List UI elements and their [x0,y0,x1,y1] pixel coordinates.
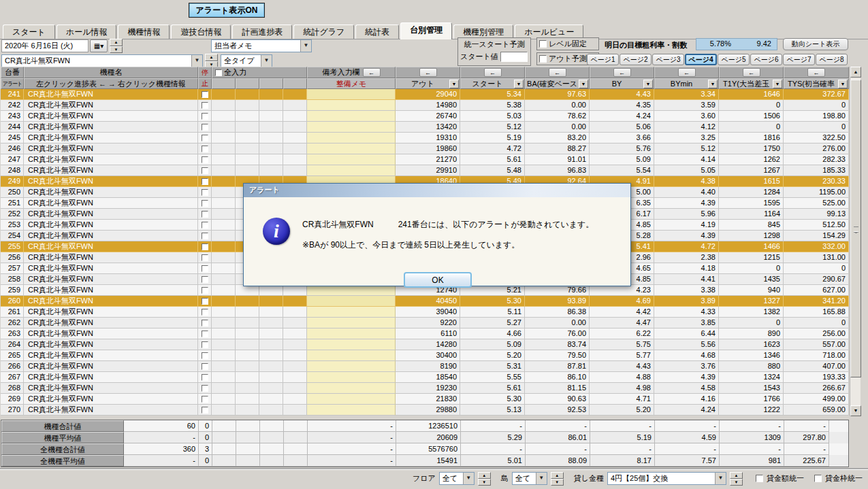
unify-frame-checkbox[interactable] [814,475,822,482]
tab-9[interactable]: 機種別管理 [453,24,513,39]
memo-cell[interactable] [307,350,396,361]
stop-checkbox[interactable] [202,211,208,218]
table-row[interactable]: 244CR真北斗無双FWN134205.120.005.064.1200 [1,122,849,133]
filter-icon[interactable]: ▼ [514,80,524,88]
memo-cell[interactable] [307,122,396,133]
memo-cell[interactable] [307,133,396,144]
stop-checkbox[interactable] [202,189,208,196]
stop-checkbox[interactable] [202,363,208,370]
memo-cell[interactable] [307,339,396,350]
table-row[interactable]: 267CR真北斗無双FWN185405.5586.104.884.3913241… [1,372,849,383]
spin-down-icon[interactable]: ▼ [478,479,491,486]
machine-select[interactable]: CR真北斗無双FWN ▼ [1,54,203,67]
table-row[interactable]: 247CR真北斗無双FWN212705.6191.015.094.1412622… [1,154,849,165]
table-row[interactable]: 241CR真北斗無双FWN290405.3497.634.433.3416463… [1,89,849,100]
stop-checkbox[interactable] [202,135,208,141]
tab-10[interactable]: ホールビュー [515,24,583,39]
memo-cell[interactable] [307,328,396,339]
stop-checkbox[interactable] [202,156,208,163]
stop-checkbox[interactable] [202,233,208,239]
floor-select[interactable]: 全て ▼ [439,472,475,485]
stop-checkbox[interactable] [202,91,208,98]
chevron-down-icon[interactable]: ▼ [463,473,474,484]
stop-checkbox[interactable] [202,167,208,174]
chevron-down-icon[interactable]: ▼ [536,473,547,484]
spin-down-icon[interactable]: ▼ [110,46,123,54]
page-button-4[interactable]: ページ4 [685,54,717,65]
stop-checkbox[interactable] [202,113,208,120]
page-button-2[interactable]: ページ2 [620,54,652,65]
stop-checkbox[interactable] [202,374,208,381]
table-row[interactable]: 270CR真北斗無双FWN298805.1392.535.204.2412226… [1,405,849,416]
memo-cell[interactable] [307,144,396,154]
stop-checkbox[interactable] [202,407,208,414]
spin-down-icon[interactable]: ▼ [730,479,743,486]
stop-checkbox[interactable] [202,124,208,131]
date-display[interactable]: 2020年 6月16日 (火) [1,39,89,52]
filter-icon[interactable]: ▼ [773,80,782,88]
memo-cell[interactable] [307,89,396,100]
page-button-1[interactable]: ページ1 [587,54,619,65]
dialog-titlebar[interactable]: アラート [244,184,630,197]
memo-cell[interactable] [307,111,396,122]
staff-memo-select[interactable]: 担当者メモ ▼ [211,39,312,52]
spin-up-icon[interactable]: ▲ [551,472,564,479]
column-back-button[interactable]: ← [613,68,631,77]
machine-stepper[interactable]: ▲▼ [205,54,218,68]
column-back-button[interactable]: ← [484,68,502,77]
scroll-up-icon[interactable]: ▲ [850,67,861,78]
filter-icon[interactable]: ▼ [838,80,848,88]
memo-cell[interactable] [307,372,396,383]
loan-stepper[interactable]: ▲▼ [730,472,743,486]
table-row[interactable]: 264CR真北斗無双FWN142805.0983.745.755.5616235… [1,339,849,350]
table-row[interactable]: 262CR真北斗無双FWN92205.270.004.473.8500 [1,318,849,328]
table-row[interactable]: 242CR真北斗無双FWN149805.380.004.353.5900 [1,100,849,111]
stop-checkbox[interactable] [202,200,208,207]
tab-1[interactable]: スタート [3,24,55,39]
table-row[interactable]: 261CR真北斗無双FWN390405.1186.384.424.3313821… [1,307,849,318]
column-back-button[interactable]: ← [549,68,566,77]
stop-checkbox[interactable] [202,222,208,229]
trend-sheet-button[interactable]: 動向シート表示 [783,38,848,50]
column-back-button[interactable]: ← [419,68,437,77]
stop-checkbox[interactable] [202,331,208,337]
memo-cell[interactable] [307,318,396,328]
island-stepper[interactable]: ▲▼ [551,472,564,486]
spin-up-icon[interactable]: ▲ [205,54,218,61]
type-select[interactable]: 全タイプ ▼ [221,54,272,67]
stop-checkbox[interactable] [202,265,208,272]
tab-5[interactable]: 計画進捗表 [232,24,292,39]
spin-up-icon[interactable]: ▲ [110,39,123,46]
chevron-down-icon[interactable]: ▼ [300,40,311,52]
date-stepper[interactable]: ▲▼ [110,39,123,53]
calendar-icon[interactable]: ▦▾ [90,39,108,52]
filter-icon[interactable]: ▼ [643,80,653,88]
memo-cell[interactable] [307,307,396,318]
filter-icon[interactable]: ▼ [449,80,459,88]
tab-8[interactable]: 台別管理 [400,22,452,39]
column-back-button[interactable]: ← [807,68,825,77]
spin-up-icon[interactable]: ▲ [730,472,743,479]
filter-icon[interactable]: ▼ [708,80,718,88]
column-back-button[interactable]: ← [743,68,760,77]
memo-cell[interactable] [307,361,396,372]
table-row[interactable]: 269CR真北斗無双FWN218305.3090.634.714.1617664… [1,394,849,405]
start-value-input[interactable] [500,52,528,62]
memo-cell[interactable] [307,405,396,416]
out-forecast-checkbox[interactable] [539,55,547,63]
table-row[interactable]: 268CR真北斗無双FWN192305.6181.154.984.5815432… [1,383,849,394]
table-row[interactable]: 248CR真北斗無双FWN299105.4896.835.545.0512671… [1,165,849,176]
level-fix-checkbox[interactable] [539,40,547,48]
memo-cell[interactable] [307,165,396,176]
chevron-down-icon[interactable]: ▼ [191,55,202,67]
ok-button[interactable]: OK [404,272,472,288]
tab-3[interactable]: 機種情報 [118,24,170,39]
tab-4[interactable]: 遊技台情報 [171,24,231,39]
stop-checkbox[interactable] [202,276,208,283]
stop-checkbox[interactable] [202,102,208,109]
all-input-checkbox[interactable] [215,69,222,76]
alert-display-toggle-button[interactable]: アラート表示ON [189,3,265,18]
memo-cell[interactable] [307,154,396,165]
page-button-8[interactable]: ページ8 [816,54,848,65]
stop-checkbox[interactable] [202,352,208,359]
